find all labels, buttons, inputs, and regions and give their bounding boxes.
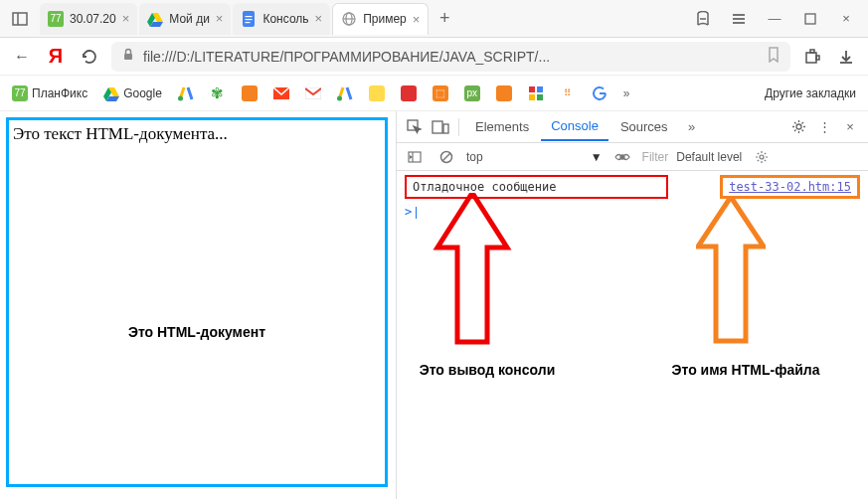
svg-rect-19 [816,56,819,60]
bookmark-label: ПланФикс [32,86,87,100]
content-area: Это текст HTML-документа... Это HTML-док… [0,111,868,499]
tab-0[interactable]: 77 30.07.20 × [40,3,137,35]
favicon-planfix: 77 [48,11,64,27]
bm-ic-12[interactable] [524,83,548,103]
svg-rect-31 [529,94,535,100]
maximize-icon[interactable] [792,3,828,35]
favicon-gdocs [241,11,257,27]
svg-marker-46 [698,197,764,341]
url-box[interactable]: file:///D:/LITERATURE/ПРОГРАММИРОВАНИЕ/J… [111,42,790,72]
kebab-icon[interactable]: ⋮ [812,115,836,139]
close-icon[interactable]: × [315,11,323,26]
ydirect-icon [369,85,385,101]
tab-label: Консоль [262,12,308,26]
orange-icon [242,85,258,101]
svg-rect-6 [246,16,253,17]
tabs-overflow-icon[interactable]: » [680,115,704,139]
file-annotation-label: Это имя HTML-файла [646,362,845,378]
close-window-icon[interactable]: × [828,3,864,35]
orange-arrow-annotation [696,197,766,351]
bm-ic-14[interactable] [588,83,611,103]
favicon-generic [341,11,357,27]
html-doc-frame: Это текст HTML-документа... Это HTML-док… [6,117,388,487]
extensions-icon[interactable] [800,45,824,69]
minimize-icon[interactable]: — [757,3,792,35]
other-bookmarks[interactable]: Другие закладки [761,84,860,102]
orange3-icon [496,85,512,101]
filter-input[interactable]: Filter [642,150,669,164]
menu-icon[interactable] [721,3,757,35]
new-tab-button[interactable]: + [431,5,458,33]
bm-ic-5[interactable] [301,83,325,103]
bm-ic-2[interactable]: ✾ [206,83,230,103]
orange2-icon: ⬚ [433,85,448,101]
inspect-icon[interactable] [403,115,427,139]
svg-rect-29 [529,86,535,92]
device-icon[interactable] [429,115,452,139]
bm-ic-13[interactable]: ⠿ [556,83,580,103]
tab-sources[interactable]: Sources [610,113,678,140]
bm-ic-10[interactable]: px [460,83,484,103]
gdrive-icon [103,85,119,101]
svg-rect-16 [124,54,132,60]
svg-rect-30 [537,86,543,92]
svg-rect-0 [13,13,27,25]
bm-ic-7[interactable] [365,83,389,103]
close-icon[interactable]: × [413,12,421,27]
bookmark-label: Google [123,86,162,100]
devtools-close-icon[interactable]: × [838,115,862,139]
bm-ic-11[interactable] [492,83,516,103]
gear-icon[interactable] [786,115,810,139]
bm-ic-1[interactable] [174,83,198,103]
devtools-tabs: Elements Console Sources » ⋮ × [397,111,868,143]
tab-console[interactable]: Console [541,112,608,141]
tab-2[interactable]: Консоль × [233,3,330,35]
live-expr-icon[interactable] [610,145,634,169]
bookmark-google[interactable]: Google [99,83,166,103]
svg-rect-18 [810,50,814,53]
bm-ic-9[interactable]: ⬚ [429,83,452,103]
svg-point-37 [796,124,801,129]
svg-rect-35 [433,121,442,133]
svg-rect-32 [537,94,543,100]
google-g-icon [592,85,608,101]
console-sidebar-icon[interactable] [403,145,427,169]
collections-icon[interactable] [685,3,721,35]
back-icon[interactable]: ← [10,45,34,69]
bm-ic-6[interactable] [333,83,357,103]
context-label: top [466,150,483,164]
svg-rect-17 [806,53,816,63]
bm-ic-8[interactable] [397,83,421,103]
tab-strip: 77 30.07.20 × Мой ди × Консоль × Пример … [36,3,685,35]
bm-ic-4[interactable] [269,83,293,103]
console-message: Отладочное сообщение [413,180,557,194]
level-selector[interactable]: Default level [676,150,742,164]
tab-3-active[interactable]: Пример × [332,3,429,35]
close-icon[interactable]: × [122,11,130,26]
address-bar: ← Я file:///D:/LITERATURE/ПРОГРАММИРОВАН… [0,38,868,76]
svg-rect-36 [443,124,448,133]
tab-1[interactable]: Мой ди × [139,3,231,35]
bm-ic-3[interactable] [238,83,261,103]
gads-icon [178,85,194,101]
px-icon: px [464,85,480,101]
bookmark-flag-icon[interactable] [767,47,781,66]
sidebar-toggle-icon[interactable] [4,3,36,35]
icq-icon: ✾ [210,85,226,101]
console-source-link[interactable]: test-33-02.htm:15 [729,180,851,194]
svg-point-25 [178,95,183,100]
tab-label: Пример [363,12,407,26]
bm-overflow-icon[interactable]: » [619,84,634,102]
yamail-icon [273,85,289,101]
svg-rect-7 [246,19,253,20]
reload-icon[interactable] [78,45,101,69]
download-icon[interactable] [834,45,858,69]
clear-console-icon[interactable] [434,145,458,169]
tab-elements[interactable]: Elements [465,113,539,140]
bookmark-planfix[interactable]: 77 ПланФикс [8,83,91,103]
tab-label: 30.07.20 [70,12,116,26]
console-gear-icon[interactable] [750,145,774,169]
context-selector[interactable]: top ▼ [466,150,603,164]
yandex-icon[interactable]: Я [44,45,68,69]
close-icon[interactable]: × [216,11,224,26]
